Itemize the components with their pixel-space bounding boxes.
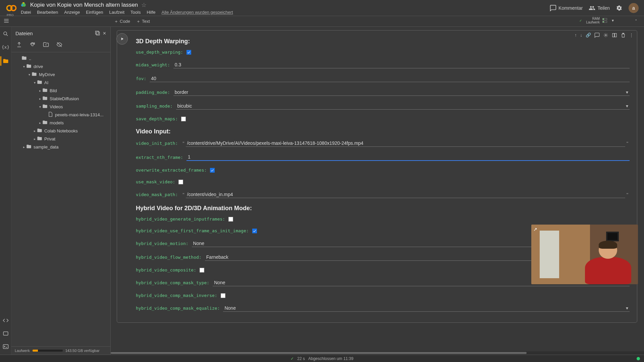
label-hybrid-first-frame-init: hybrid_video_use_first_frame_as_init_ima… [136, 228, 249, 233]
menu-view[interactable]: Anzeige [64, 10, 80, 15]
ram-bar [602, 18, 607, 20]
menu-help[interactable]: Hilfe [147, 10, 155, 15]
drive-icon [21, 2, 26, 8]
label-video-mask-path: video_mask_path: [136, 192, 178, 197]
tree-stablediff[interactable]: ▸StableDiffusion [11, 95, 110, 103]
select-sampling-mode[interactable]: bicubic▾ [176, 103, 630, 110]
tree-up[interactable]: .. [11, 54, 110, 62]
files-tab-icon[interactable] [0, 56, 10, 66]
webcam-overlay[interactable]: ↗ [531, 225, 638, 284]
menu-tools[interactable]: Tools [130, 10, 141, 15]
variables-icon[interactable]: {x} [2, 45, 9, 50]
tree-colab[interactable]: ▸Colab Notebooks [11, 127, 110, 135]
collapse-up-icon[interactable]: ˄ [635, 19, 637, 24]
command-palette-icon[interactable] [3, 330, 9, 338]
checkbox-hybrid-mask-inverse[interactable] [221, 293, 225, 298]
select-padding-mode[interactable]: border▾ [173, 89, 630, 96]
cell-settings-icon[interactable] [603, 33, 608, 39]
input-video-init-path[interactable] [186, 140, 625, 147]
tree-models[interactable]: ▸models [11, 119, 110, 127]
close-sidebar-icon[interactable]: ✕ [103, 31, 106, 36]
move-up-icon[interactable]: ↑ [575, 33, 577, 39]
input-video-mask-path[interactable] [186, 191, 625, 198]
dropdown-caret-icon[interactable]: ▾ [612, 18, 614, 23]
tree-privat[interactable]: ▸Privat [11, 135, 110, 143]
label-fov: fov: [136, 76, 146, 81]
resource-usage[interactable]: ✓ RAM Laufwerk ▾ [579, 17, 614, 24]
tree-ai[interactable]: ▾AI [11, 78, 110, 86]
plus-icon: ＋ [136, 18, 141, 24]
mirror-cell-icon[interactable] [612, 33, 617, 39]
checkbox-use-mask-video[interactable] [178, 180, 183, 184]
link-icon[interactable]: 🔗 [586, 33, 591, 39]
chevron-down-icon: ▾ [626, 305, 628, 311]
settings-button[interactable] [616, 5, 623, 11]
gear-icon [616, 5, 623, 11]
section-depth-warping: 3D Depth Warping: [136, 38, 630, 45]
svg-rect-7 [3, 332, 8, 336]
checkbox-use-depth-warping[interactable] [186, 50, 191, 55]
label-use-depth-warping: use_depth_warping: [136, 50, 183, 55]
checkbox-hybrid-first-frame-init[interactable] [252, 229, 257, 233]
tree-bild[interactable]: ▸Bild [11, 86, 110, 95]
code-snippets-icon[interactable] [3, 317, 9, 324]
comment-button[interactable]: Kommentar [550, 5, 583, 11]
star-icon[interactable]: ☆ [141, 1, 147, 9]
add-code-button[interactable]: ＋ Code [114, 18, 130, 24]
play-icon [120, 37, 124, 41]
svg-rect-14 [615, 34, 616, 37]
tree-mydrive[interactable]: ▾MyDrive [11, 70, 110, 78]
label-save-depth-maps: save_depth_maps: [136, 116, 178, 121]
input-fov[interactable] [150, 75, 630, 82]
more-icon[interactable]: ⋮ [629, 33, 634, 39]
tree-videos[interactable]: ▾Videos [11, 103, 110, 111]
pip-expand-icon[interactable]: ↗ [533, 227, 537, 232]
input-extract-nth-frame[interactable] [186, 154, 630, 161]
label-hybrid-mask-inverse: hybrid_video_comp_mask_inverse: [136, 293, 217, 298]
horizontal-scrollbar[interactable] [111, 351, 644, 355]
menu-file[interactable]: Datei [21, 10, 31, 15]
upload-file-icon[interactable] [16, 42, 22, 49]
status-check-icon: ✓ [290, 356, 294, 361]
label-midas-weight: midas_weight: [136, 62, 170, 67]
label-hybrid-motion: hybrid_video_motion: [136, 241, 189, 246]
add-text-button[interactable]: ＋ Text [136, 18, 150, 24]
svg-line-6 [6, 35, 8, 36]
checkbox-save-depth-maps[interactable] [181, 117, 186, 121]
menu-toggle-icon[interactable] [3, 18, 9, 25]
menu-edit[interactable]: Bearbeiten [37, 10, 58, 15]
people-icon [589, 5, 595, 11]
tree-sample[interactable]: ▸sample_data [11, 143, 110, 151]
refresh-icon[interactable] [30, 42, 36, 49]
svg-point-12 [605, 35, 606, 36]
menu-insert[interactable]: Einfügen [86, 10, 103, 15]
document-title[interactable]: Kopie von Kopie von Mensch altern lassen [30, 2, 138, 8]
tree-videofile[interactable]: pexels-maxi-leiva-1314... [11, 111, 110, 119]
new-window-icon[interactable] [95, 30, 100, 37]
select-hybrid-mask-equalize[interactable]: None▾ [223, 305, 630, 312]
input-midas-weight[interactable] [173, 61, 630, 68]
avatar[interactable]: a [629, 3, 639, 13]
cell-comment-icon[interactable] [594, 33, 600, 39]
save-status[interactable]: Alle Änderungen wurden gespeichert [161, 10, 233, 15]
chevron-down-icon: ▾ [626, 103, 628, 109]
chevron-down-icon: ▾ [626, 89, 628, 95]
label-extract-nth-frame: extract_nth_frame: [136, 155, 183, 160]
svg-rect-10 [96, 32, 99, 35]
checkbox-hybrid-composite[interactable] [200, 268, 204, 273]
share-button[interactable]: Teilen [589, 5, 610, 11]
move-down-icon[interactable]: ↓ [580, 33, 583, 39]
label-hybrid-flow-method: hybrid_video_flow_method: [136, 255, 202, 260]
status-done-at: Abgeschlossen um 11:39 [308, 356, 354, 361]
checkbox-hybrid-gen-inputframes[interactable] [228, 217, 233, 222]
search-icon[interactable] [3, 31, 9, 38]
mount-drive-icon[interactable] [43, 42, 49, 49]
run-cell-button[interactable] [116, 33, 128, 45]
toggle-hidden-icon[interactable] [56, 42, 62, 49]
terminal-icon[interactable] [3, 344, 9, 351]
disk-bar [602, 21, 607, 23]
delete-cell-icon[interactable] [621, 33, 626, 39]
tree-drive[interactable]: ▾drive [11, 62, 110, 70]
checkbox-overwrite-extracted-frames[interactable] [210, 168, 215, 173]
menu-runtime[interactable]: Laufzeit [109, 10, 125, 15]
